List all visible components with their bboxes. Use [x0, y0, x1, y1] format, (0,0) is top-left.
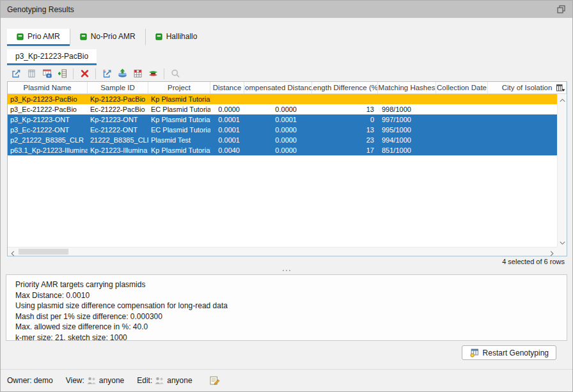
view-permission-group[interactable]: View: anyone	[66, 376, 125, 385]
restart-genotyping-label: Restart Genotyping	[483, 349, 549, 357]
tab-label: Hallihallo	[166, 32, 198, 41]
tab-hallihallo[interactable]: Hallihallo	[145, 29, 207, 46]
add-to-database-icon	[57, 68, 68, 79]
scroll-down-icon[interactable]	[559, 238, 566, 246]
cell-sample-id: Ec-21222-PacBio	[88, 104, 148, 114]
cell-sample-id: 21222_B8385_CLR	[88, 135, 148, 145]
table-row-p3-ec-21222-ont[interactable]: p3_Ec-21222-ONTEc-21222-ONTEC Plasmid Tu…	[8, 125, 557, 135]
toolbar-separator	[95, 68, 96, 79]
edit-note-icon[interactable]	[209, 375, 220, 386]
column-header-project[interactable]: Project	[148, 82, 210, 93]
scroll-right-icon[interactable]	[548, 248, 556, 255]
cell-city-of-isolation	[488, 135, 557, 145]
results-table: Plasmid NameSample IDProjectDistanceComp…	[7, 81, 567, 256]
info-line: Mash dist per 1% size difference: 0.0003…	[15, 311, 558, 322]
delete-selection-button[interactable]	[77, 67, 92, 81]
genotyping-results-window: Genotyping Results Prio AMRNo-Prio AMRHa…	[0, 0, 573, 392]
status-bar: Owner: demo View: anyone Edit: anyone	[1, 369, 572, 391]
edit-value: anyone	[167, 376, 192, 385]
edit-permission-group[interactable]: Edit: anyone	[137, 376, 192, 385]
search-button[interactable]	[168, 67, 183, 81]
toolbar-separator	[73, 68, 74, 79]
subtab-p3-kp-21223-pacbio[interactable]: p3_Kp-21223-PacBio	[7, 49, 97, 65]
edit-label: Edit:	[137, 376, 152, 385]
column-header-plasmid-name[interactable]: Plasmid Name	[8, 82, 88, 93]
tab-green-icon	[80, 33, 87, 40]
cell-plasmid-name: p3_Kp-21223-PacBio	[8, 94, 88, 104]
cell-city-of-isolation	[488, 114, 557, 125]
add-to-database-button[interactable]	[54, 67, 70, 81]
horizontal-scrollbar[interactable]	[8, 247, 557, 256]
scroll-left-icon[interactable]	[9, 248, 17, 255]
cell-sample-id: Kp-21223-PacBio	[88, 94, 148, 104]
cell-collection-date	[436, 135, 488, 145]
cell-distance: 0.0001	[210, 125, 244, 135]
column-header-matching-hashes[interactable]: Matching Hashes	[378, 82, 436, 93]
tab-green-icon	[17, 33, 24, 40]
scroll-up-icon[interactable]	[559, 95, 566, 103]
copy-table-button[interactable]	[24, 67, 39, 81]
cell-matching-hashes: 995/1000	[378, 125, 436, 135]
cell-collection-date	[436, 125, 488, 135]
info-line: Priority AMR targets carrying plasmids	[15, 279, 558, 290]
toolbar	[8, 67, 183, 81]
float-window-icon[interactable]	[556, 4, 566, 14]
cell-plasmid-name: p3_Ec-21222-PacBio	[8, 104, 88, 114]
toolbar-separator	[164, 68, 164, 79]
table-row-p3-kp-21223-pacbio[interactable]: p3_Kp-21223-PacBioKp-21223-PacBioKp Plas…	[8, 94, 557, 104]
cell-city-of-isolation	[488, 104, 557, 114]
cell-compensated-distance	[244, 94, 312, 104]
cell-length-difference: 13	[312, 125, 378, 135]
tab-prio-amr[interactable]: Prio AMR	[7, 29, 70, 46]
info-line: Max. allowed size difference in %: 40.0	[15, 322, 558, 333]
align-compare-icon	[148, 68, 159, 79]
column-header-collection-date[interactable]: Collection Date	[436, 82, 488, 93]
table-row-p63-1-kp-21223-illumina[interactable]: p63.1_Kp-21223-IlluminaKp-21223-Illumina…	[8, 145, 557, 155]
upload-database-button[interactable]	[114, 67, 130, 81]
cell-collection-date	[436, 114, 488, 125]
export-image-icon	[11, 68, 22, 79]
column-header-sample-id[interactable]: Sample ID	[88, 82, 148, 93]
table-row-p3-kp-21223-ont[interactable]: p3_Kp-21223-ONTKp-21223-ONTKp Plasmid Tu…	[8, 114, 557, 125]
restart-genotyping-button[interactable]: Restart Genotyping	[462, 345, 556, 360]
table-properties-icon	[132, 68, 143, 79]
table-snapshot-button[interactable]	[39, 67, 54, 81]
cell-project: Kp Plasmid Tutorial	[148, 94, 210, 104]
cell-matching-hashes: 994/1000	[378, 135, 436, 145]
column-picker-icon[interactable]	[556, 83, 565, 93]
cell-matching-hashes	[378, 94, 436, 104]
column-header-length-difference[interactable]: Length Difference (%)	[312, 82, 378, 93]
cell-matching-hashes: 998/1000	[378, 104, 436, 114]
tab-no-prio-amr[interactable]: No-Prio AMR	[70, 29, 145, 46]
export-image-button[interactable]	[8, 67, 24, 81]
cell-compensated-distance: 0.0000	[244, 125, 312, 135]
cell-project: Plasmid Test	[148, 135, 210, 145]
cell-distance: 0.0000	[210, 104, 244, 114]
table-row-p2-21222-b8385-clr[interactable]: p2_21222_B8385_CLR21222_B8385_CLRPlasmid…	[8, 135, 557, 145]
search-icon	[170, 68, 181, 79]
cell-collection-date	[436, 94, 488, 104]
cell-length-difference: 13	[312, 104, 378, 114]
people-icon	[86, 376, 97, 385]
info-panel: Priority AMR targets carrying plasmidsMa…	[6, 274, 567, 341]
vertical-scrollbar[interactable]	[557, 94, 567, 247]
cell-city-of-isolation	[488, 145, 557, 155]
horizontal-scrollbar-thumb[interactable]	[19, 249, 68, 255]
table-properties-button[interactable]	[130, 67, 145, 81]
selection-status: 4 selected of 6 rows	[502, 258, 565, 265]
cell-collection-date	[436, 104, 488, 114]
scrollbar-corner	[557, 247, 567, 256]
splitter-handle[interactable]	[1, 268, 572, 272]
cell-matching-hashes: 851/1000	[378, 145, 436, 155]
cell-compensated-distance: 0.0001	[244, 114, 312, 125]
cell-matching-hashes: 997/1000	[378, 114, 436, 125]
restart-genotyping-icon	[469, 348, 479, 357]
column-header-compensated-distance[interactable]: Compensated Distance	[244, 82, 312, 93]
column-header-city-of-isolation[interactable]: City of Isolation	[488, 82, 567, 93]
view-label: View:	[66, 376, 84, 385]
column-header-distance[interactable]: Distance	[210, 82, 244, 93]
table-row-p3-ec-21222-pacbio[interactable]: p3_Ec-21222-PacBioEc-21222-PacBioEC Plas…	[8, 104, 557, 114]
upload-database-icon	[117, 68, 128, 79]
align-compare-button[interactable]	[145, 67, 161, 81]
export-report-button[interactable]	[99, 67, 114, 81]
